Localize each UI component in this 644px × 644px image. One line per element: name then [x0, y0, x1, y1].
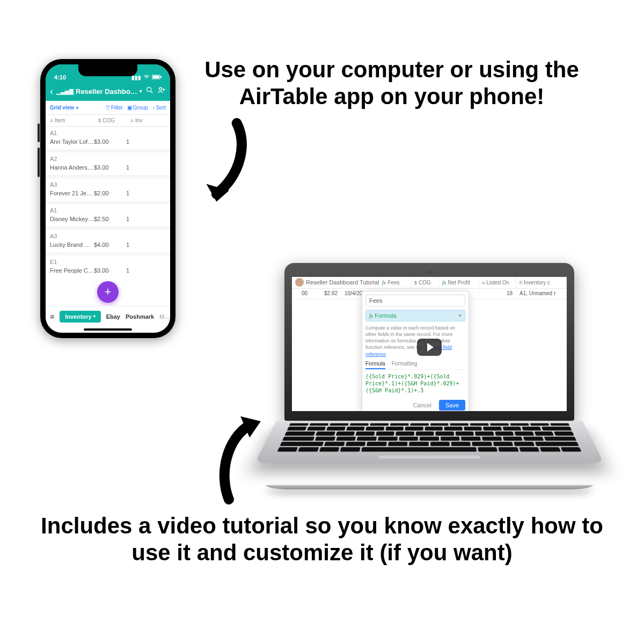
list-icon: ≡	[482, 280, 485, 286]
table-row[interactable]: A3Forever 21 Jeans…$2.001	[46, 178, 170, 201]
share-icon[interactable]	[157, 86, 166, 97]
text-icon: A	[50, 118, 53, 123]
arrow-icon	[215, 413, 268, 504]
video-title-overlay: Reseller Dashboard Tutorial	[295, 278, 379, 287]
table-row[interactable]: A3Lucky Brand Size…$4.001	[46, 230, 170, 252]
status-time: 4:10	[54, 74, 66, 80]
subtab-formatting[interactable]: Formatting	[392, 361, 418, 369]
search-icon[interactable]	[145, 86, 154, 97]
sort-icon: ↕	[152, 105, 155, 111]
table-rows: A1Ann Taylor Loft Si…$3.001 A2Hanna Ande…	[46, 127, 170, 278]
app-title[interactable]: ▁▃▅▇ Reseller Dashbo… ▾	[56, 87, 142, 96]
avatar	[295, 278, 304, 287]
tab-inventory[interactable]: Inventory▾	[60, 311, 101, 323]
laptop-base	[266, 485, 593, 489]
camera-icon	[428, 270, 431, 274]
bars-icon: ▁▃▅▇	[56, 89, 74, 94]
sort-button[interactable]: ↕Sort	[152, 105, 166, 111]
battery-icon	[152, 75, 162, 80]
svg-point-5	[159, 87, 162, 90]
wifi-icon	[143, 74, 150, 80]
svg-point-3	[147, 87, 151, 92]
cancel-button[interactable]: Cancel	[410, 400, 435, 411]
subtab-formula[interactable]: Formula	[365, 361, 385, 369]
attach-icon: $	[98, 118, 101, 123]
add-record-fab[interactable]: +	[97, 281, 119, 303]
laptop-mockup: fxFees $COG fxNet Profit ≡Listed On ⎘Inv…	[252, 263, 606, 488]
table-row[interactable]: A2Hanna Andersso…$3.001	[46, 152, 170, 175]
laptop-screen: fxFees $COG fxNet Profit ≡Listed On ⎘Inv…	[292, 277, 567, 411]
column-headers: AItem $COG AInv	[46, 115, 170, 127]
chevron-down-icon: ▾	[459, 313, 462, 318]
headline-bottom: Includes a video tutorial so you know ex…	[21, 513, 623, 567]
text-icon: A	[130, 118, 134, 123]
formula-icon: fx	[442, 280, 446, 286]
link-icon: ⎘	[519, 280, 522, 286]
play-icon[interactable]	[417, 339, 442, 356]
chevron-down-icon: ▼	[75, 106, 79, 111]
table-tabs: ≡ Inventory▾ Ebay Poshmark M… +	[46, 306, 170, 326]
chevron-down-icon: ▾	[140, 89, 142, 94]
app-header: ‹ ▁▃▅▇ Reseller Dashbo… ▾	[46, 82, 170, 101]
laptop-keyboard	[255, 421, 604, 463]
phone-mockup: 4:10 ▮▮▮ ‹ ▁▃▅▇ Reseller Dashbo… ▾	[40, 59, 175, 338]
field-type-description: Compute a value in each record based on …	[365, 325, 465, 357]
menu-icon[interactable]: ≡	[50, 312, 54, 321]
home-indicator	[84, 328, 132, 331]
table-row[interactable]: A1Ann Taylor Loft Si…$3.001	[46, 127, 170, 149]
formula-icon: fx	[369, 313, 373, 319]
tab-more[interactable]: M…	[159, 313, 170, 320]
svg-line-4	[151, 91, 152, 93]
filter-button[interactable]: ▽Filter	[106, 105, 123, 111]
arrow-icon	[199, 118, 250, 209]
view-toolbar: Grid view▼ ▽Filter ▣Group ↕Sort	[46, 101, 170, 115]
trackpad	[378, 455, 481, 459]
field-config-dialog: Fees fx Formula ▾ Compute a value in eac…	[362, 291, 469, 411]
tab-ebay[interactable]: Ebay	[106, 313, 120, 320]
phone-notch	[78, 64, 137, 76]
field-name-input[interactable]: Fees	[365, 295, 465, 306]
svg-rect-2	[160, 76, 162, 78]
attach-icon: $	[414, 280, 417, 286]
tab-poshmark[interactable]: Poshmark	[126, 313, 154, 320]
table-row[interactable]: E1Free People Chu…$3.001	[46, 255, 170, 278]
group-button[interactable]: ▣Group	[127, 105, 148, 111]
table-row[interactable]: A1Disney Mickey M…$2.501	[46, 204, 170, 226]
grid-view-selector[interactable]: Grid view▼	[50, 105, 79, 111]
headline-top: Use on your computer or using the AirTab…	[193, 56, 590, 111]
field-type-select[interactable]: fx Formula ▾	[365, 310, 465, 321]
svg-rect-1	[153, 75, 159, 78]
save-button[interactable]: Save	[439, 400, 465, 411]
chevron-down-icon: ▾	[93, 314, 96, 319]
formula-editor[interactable]: ({Sold Price}*.029)+({Sold Price}*.1)+({…	[365, 373, 465, 394]
group-icon: ▣	[127, 105, 132, 111]
dialog-subtabs: Formula Formatting	[365, 361, 465, 370]
formula-icon: fx	[382, 280, 386, 286]
back-icon[interactable]: ‹	[50, 86, 53, 97]
filter-icon: ▽	[106, 105, 110, 111]
